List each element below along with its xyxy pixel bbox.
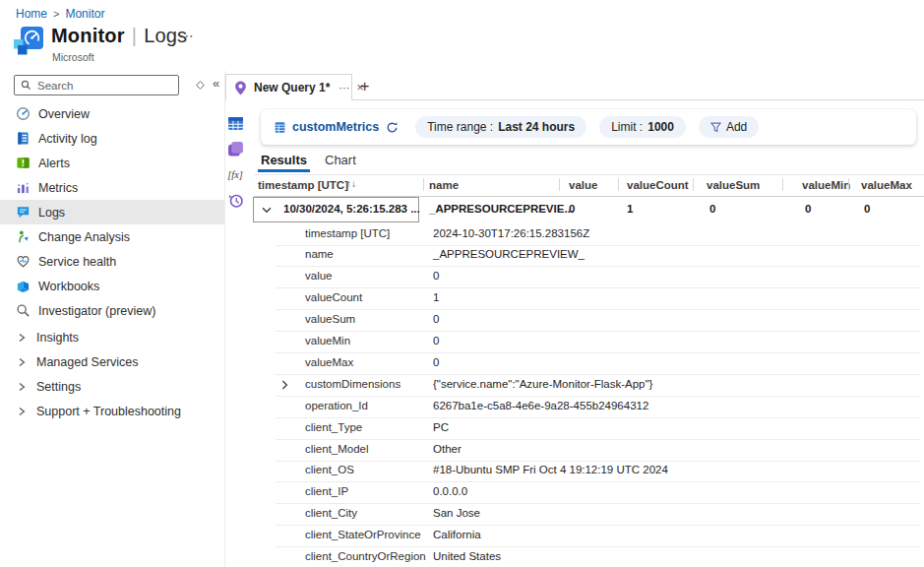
page-title-separator: |: [132, 25, 137, 47]
breadcrumb-home-link[interactable]: Home: [16, 7, 47, 21]
detail-value: {"service.name":"Azure-Monitor-Flask-App…: [433, 378, 652, 390]
limit-label: Limit :: [611, 120, 643, 134]
column-header-valuemin[interactable]: valueMin: [802, 179, 850, 191]
detail-row[interactable]: client_Model Other: [276, 439, 920, 462]
tables-pane-icon[interactable]: [226, 114, 244, 132]
sidebar-group-support[interactable]: Support + Troubleshooting: [0, 399, 224, 423]
sidebar-item-workbooks[interactable]: Workbooks: [0, 274, 224, 298]
row-valuesum[interactable]: 0: [709, 203, 715, 215]
column-separator: [423, 178, 424, 191]
sidebar-group-label: Support + Troubleshooting: [36, 405, 181, 418]
sidebar-item-metrics[interactable]: Metrics: [0, 175, 224, 200]
detail-value: 0: [433, 335, 439, 346]
row-value[interactable]: 0: [569, 203, 575, 215]
tab-new-query-1[interactable]: New Query 1* ⋯ ×: [225, 74, 352, 100]
column-header-valuemax[interactable]: valueMax: [861, 179, 912, 191]
chevron-right-icon: [17, 382, 27, 392]
column-header-timestamp[interactable]: timestamp [UTC]: [258, 179, 348, 191]
sort-icon[interactable]: ↑↓: [346, 178, 356, 189]
detail-row[interactable]: valueMax 0: [276, 352, 920, 375]
detail-row[interactable]: client_OS #18-Ubuntu SMP Fri Oct 4 19:12…: [276, 460, 920, 482]
search-input[interactable]: Search: [14, 75, 179, 95]
detail-row[interactable]: timestamp [UTC] 2024-10-30T17:26:15.2831…: [276, 223, 920, 246]
refresh-icon[interactable]: [386, 121, 399, 134]
detail-row[interactable]: customDimensions {"service.name":"Azure-…: [276, 374, 920, 397]
detail-key: operation_Id: [305, 400, 368, 411]
column-separator: [693, 178, 694, 191]
sidebar-item-label: Metrics: [38, 181, 78, 195]
detail-row[interactable]: client_City San Jose: [276, 503, 920, 526]
column-header-value[interactable]: value: [569, 179, 597, 191]
detail-row[interactable]: client_IP 0.0.0.0: [276, 481, 920, 504]
detail-key: client_CountryOrRegion: [305, 550, 426, 562]
add-filter-pill[interactable]: Add: [699, 116, 759, 138]
search-icon: [21, 80, 31, 91]
detail-value: PC: [433, 421, 449, 433]
sidebar-group-label: Insights: [36, 331, 79, 345]
sidebar-item-change-analysis[interactable]: Change Analysis: [0, 224, 224, 249]
time-range-pill[interactable]: Time range : Last 24 hours: [415, 116, 586, 138]
metrics-icon: [15, 180, 31, 196]
detail-key: timestamp [UTC]: [305, 227, 390, 239]
sidebar-item-service-health[interactable]: Service health: [0, 249, 224, 274]
change-analysis-icon: [15, 229, 31, 245]
new-tab-button[interactable]: +: [360, 78, 369, 95]
sidebar-item-investigator[interactable]: Investigator (preview): [0, 298, 224, 323]
limit-pill[interactable]: Limit : 1000: [599, 116, 686, 138]
table-chip[interactable]: customMetrics: [274, 120, 379, 134]
breadcrumb-current-link[interactable]: Monitor: [65, 7, 104, 21]
sidebar-group-insights[interactable]: Insights: [0, 325, 224, 349]
chevron-down-icon[interactable]: [262, 207, 272, 214]
detail-key: customDimensions: [305, 378, 400, 390]
sidebar-item-overview[interactable]: Overview: [0, 101, 224, 126]
sidebar-collapse-button[interactable]: «: [213, 76, 219, 91]
row-valuecount[interactable]: 1: [627, 203, 633, 215]
detail-row[interactable]: client_Type PC: [276, 417, 920, 440]
query-history-icon[interactable]: [226, 191, 244, 209]
sidebar-group-managed-services[interactable]: Managed Services: [0, 349, 224, 374]
column-header-valuesum[interactable]: valueSum: [707, 179, 760, 191]
column-header-name[interactable]: name: [429, 179, 459, 191]
limit-value: 1000: [647, 120, 674, 134]
column-separator: [559, 178, 560, 191]
detail-key: client_StateOrProvince: [305, 529, 421, 540]
sidebar-item-alerts[interactable]: Alerts: [0, 151, 224, 175]
detail-row[interactable]: client_StateOrProvince California: [276, 525, 920, 547]
sidebar-item-label: Logs: [38, 206, 65, 220]
detail-row[interactable]: valueSum 0: [276, 309, 920, 332]
detail-row[interactable]: operation_Id 6267ba1e-c5a8-4e6e-9a28-455…: [276, 396, 920, 418]
detail-value: Other: [433, 443, 462, 455]
row-timestamp[interactable]: 10/30/2024, 5:26:15.283 ...: [283, 203, 420, 215]
detail-row[interactable]: client_CountryOrRegion United States: [276, 546, 920, 567]
row-valuemax[interactable]: 0: [864, 203, 870, 215]
detail-key: valueCount: [305, 291, 362, 303]
detail-key: client_Model: [305, 443, 369, 455]
tab-results[interactable]: Results: [261, 153, 307, 167]
detail-key: valueMax: [305, 356, 353, 368]
functions-pane-icon[interactable]: [fx]: [226, 165, 244, 183]
query-builder-card: customMetrics Time range : Last 24 hours…: [261, 109, 916, 145]
detail-row[interactable]: valueCount 1: [276, 287, 920, 310]
example-queries-icon[interactable]: [226, 140, 244, 158]
detail-key: client_Type: [305, 421, 362, 433]
detail-row[interactable]: value 0: [276, 266, 920, 288]
overview-gauge-icon: [15, 106, 31, 122]
column-header-valuecount[interactable]: valueCount: [627, 179, 689, 191]
tabstrip-bottom-border: [351, 99, 924, 100]
row-name[interactable]: _APPRESOURCEPREVIE...: [429, 203, 574, 215]
filter-funnel-icon: [710, 122, 721, 133]
search-placeholder: Search: [37, 80, 73, 92]
tab-more-button[interactable]: ⋯: [339, 82, 349, 94]
sidebar-group-settings[interactable]: Settings: [0, 374, 224, 399]
menu-view-toggle-icon[interactable]: [196, 79, 205, 93]
detail-row[interactable]: valueMin 0: [276, 331, 920, 353]
row-valuemin[interactable]: 0: [805, 203, 811, 215]
page-more-button[interactable]: ⋯: [180, 28, 195, 43]
tab-chart[interactable]: Chart: [325, 153, 356, 167]
detail-row[interactable]: name _APPRESOURCEPREVIEW_: [276, 244, 920, 267]
chevron-right-icon[interactable]: [281, 380, 288, 390]
sidebar-item-activity-log[interactable]: Activity log: [0, 126, 224, 151]
sidebar-item-logs[interactable]: Logs: [0, 200, 224, 224]
chevron-right-icon: [17, 407, 27, 416]
column-separator: [848, 178, 849, 191]
